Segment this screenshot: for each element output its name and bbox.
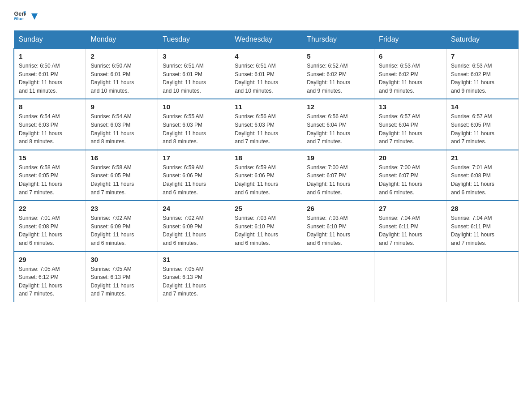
day-number: 15 — [19, 154, 81, 162]
calendar-cell: 21 Sunrise: 7:01 AMSunset: 6:08 PMDaylig… — [446, 150, 519, 201]
calendar-cell: 28 Sunrise: 7:04 AMSunset: 6:11 PMDaylig… — [446, 201, 519, 251]
day-info: Sunrise: 6:53 AMSunset: 6:02 PMDaylight:… — [379, 63, 422, 94]
calendar-cell: 25 Sunrise: 7:03 AMSunset: 6:10 PMDaylig… — [230, 201, 302, 251]
day-info: Sunrise: 7:01 AMSunset: 6:08 PMDaylight:… — [451, 164, 494, 196]
day-info: Sunrise: 6:55 AMSunset: 6:03 PMDaylight:… — [163, 113, 206, 145]
day-number: 23 — [90, 205, 153, 212]
column-header-friday: Friday — [374, 31, 446, 49]
day-number: 16 — [90, 154, 153, 162]
day-info: Sunrise: 7:03 AMSunset: 6:10 PMDaylight:… — [235, 215, 278, 246]
day-info: Sunrise: 6:57 AMSunset: 6:05 PMDaylight:… — [451, 113, 494, 145]
calendar-cell: 24 Sunrise: 7:02 AMSunset: 6:09 PMDaylig… — [158, 201, 230, 251]
day-number: 25 — [235, 205, 297, 212]
column-header-wednesday: Wednesday — [230, 31, 302, 49]
day-info: Sunrise: 7:05 AMSunset: 6:13 PMDaylight:… — [163, 266, 206, 297]
column-header-monday: Monday — [86, 31, 158, 49]
day-info: Sunrise: 7:01 AMSunset: 6:08 PMDaylight:… — [19, 215, 62, 246]
calendar-cell: 11 Sunrise: 6:56 AMSunset: 6:03 PMDaylig… — [230, 99, 302, 150]
calendar-cell: 16 Sunrise: 6:58 AMSunset: 6:05 PMDaylig… — [86, 150, 158, 201]
day-info: Sunrise: 6:57 AMSunset: 6:04 PMDaylight:… — [379, 113, 422, 145]
calendar-week-row: 15 Sunrise: 6:58 AMSunset: 6:05 PMDaylig… — [14, 150, 519, 201]
day-number: 22 — [19, 205, 81, 212]
day-info: Sunrise: 6:50 AMSunset: 6:01 PMDaylight:… — [19, 63, 62, 94]
day-info: Sunrise: 6:59 AMSunset: 6:06 PMDaylight:… — [163, 164, 206, 196]
calendar-cell: 3 Sunrise: 6:51 AMSunset: 6:01 PMDayligh… — [158, 48, 230, 99]
svg-marker-3 — [31, 13, 38, 20]
day-info: Sunrise: 7:05 AMSunset: 6:12 PMDaylight:… — [19, 266, 62, 297]
logo-triangle-icon — [30, 12, 39, 21]
day-info: Sunrise: 6:56 AMSunset: 6:04 PMDaylight:… — [307, 113, 350, 145]
day-number: 24 — [163, 205, 225, 212]
day-number: 13 — [379, 103, 442, 111]
calendar-week-row: 1 Sunrise: 6:50 AMSunset: 6:01 PMDayligh… — [14, 48, 519, 99]
day-number: 20 — [379, 154, 442, 162]
day-info: Sunrise: 7:02 AMSunset: 6:09 PMDaylight:… — [163, 215, 206, 246]
calendar-cell — [302, 252, 374, 302]
day-number: 14 — [451, 103, 514, 111]
day-number: 29 — [19, 256, 81, 263]
column-header-tuesday: Tuesday — [158, 31, 230, 49]
calendar-cell: 26 Sunrise: 7:03 AMSunset: 6:10 PMDaylig… — [302, 201, 374, 251]
day-number: 31 — [163, 256, 225, 263]
day-number: 12 — [307, 103, 369, 111]
day-number: 21 — [451, 154, 514, 162]
calendar-week-row: 29 Sunrise: 7:05 AMSunset: 6:12 PMDaylig… — [14, 252, 519, 302]
calendar-cell: 27 Sunrise: 7:04 AMSunset: 6:11 PMDaylig… — [374, 201, 446, 251]
calendar-cell: 6 Sunrise: 6:53 AMSunset: 6:02 PMDayligh… — [374, 48, 446, 99]
calendar-cell: 10 Sunrise: 6:55 AMSunset: 6:03 PMDaylig… — [158, 99, 230, 150]
day-info: Sunrise: 6:53 AMSunset: 6:02 PMDaylight:… — [451, 63, 494, 94]
column-header-saturday: Saturday — [446, 31, 519, 49]
column-header-sunday: Sunday — [14, 31, 86, 49]
calendar-cell: 4 Sunrise: 6:51 AMSunset: 6:01 PMDayligh… — [230, 48, 302, 99]
day-info: Sunrise: 6:51 AMSunset: 6:01 PMDaylight:… — [163, 63, 206, 94]
day-info: Sunrise: 7:05 AMSunset: 6:13 PMDaylight:… — [90, 266, 134, 297]
calendar-cell: 12 Sunrise: 6:56 AMSunset: 6:04 PMDaylig… — [302, 99, 374, 150]
day-info: Sunrise: 6:58 AMSunset: 6:05 PMDaylight:… — [90, 164, 134, 196]
calendar-cell: 19 Sunrise: 7:00 AMSunset: 6:07 PMDaylig… — [302, 150, 374, 201]
calendar-body: 1 Sunrise: 6:50 AMSunset: 6:01 PMDayligh… — [14, 48, 519, 302]
day-number: 19 — [307, 154, 369, 162]
svg-text:Blue: Blue — [14, 16, 24, 21]
day-info: Sunrise: 6:50 AMSunset: 6:01 PMDaylight:… — [90, 63, 134, 94]
day-number: 1 — [19, 52, 81, 60]
day-number: 17 — [163, 154, 225, 162]
day-info: Sunrise: 7:04 AMSunset: 6:11 PMDaylight:… — [379, 215, 422, 246]
day-number: 6 — [379, 52, 442, 60]
calendar-cell: 22 Sunrise: 7:01 AMSunset: 6:08 PMDaylig… — [14, 201, 86, 251]
calendar-cell: 14 Sunrise: 6:57 AMSunset: 6:05 PMDaylig… — [446, 99, 519, 150]
calendar-cell: 23 Sunrise: 7:02 AMSunset: 6:09 PMDaylig… — [86, 201, 158, 251]
day-number: 11 — [235, 103, 297, 111]
calendar-cell — [230, 252, 302, 302]
day-info: Sunrise: 7:00 AMSunset: 6:07 PMDaylight:… — [307, 164, 350, 196]
day-info: Sunrise: 6:56 AMSunset: 6:03 PMDaylight:… — [235, 113, 278, 145]
calendar-cell: 20 Sunrise: 7:00 AMSunset: 6:07 PMDaylig… — [374, 150, 446, 201]
day-info: Sunrise: 6:59 AMSunset: 6:06 PMDaylight:… — [235, 164, 278, 196]
day-info: Sunrise: 6:58 AMSunset: 6:05 PMDaylight:… — [19, 164, 62, 196]
calendar-cell: 31 Sunrise: 7:05 AMSunset: 6:13 PMDaylig… — [158, 252, 230, 302]
calendar-cell: 9 Sunrise: 6:54 AMSunset: 6:03 PMDayligh… — [86, 99, 158, 150]
calendar-cell: 15 Sunrise: 6:58 AMSunset: 6:05 PMDaylig… — [14, 150, 86, 201]
calendar-cell: 2 Sunrise: 6:50 AMSunset: 6:01 PMDayligh… — [86, 48, 158, 99]
day-info: Sunrise: 6:52 AMSunset: 6:02 PMDaylight:… — [307, 63, 350, 94]
day-number: 26 — [307, 205, 369, 212]
day-info: Sunrise: 7:03 AMSunset: 6:10 PMDaylight:… — [307, 215, 350, 246]
day-info: Sunrise: 7:02 AMSunset: 6:09 PMDaylight:… — [90, 215, 134, 246]
day-number: 5 — [307, 52, 369, 60]
logo: General Blue — [13, 9, 40, 21]
calendar-week-row: 8 Sunrise: 6:54 AMSunset: 6:03 PMDayligh… — [14, 99, 519, 150]
day-info: Sunrise: 7:00 AMSunset: 6:07 PMDaylight:… — [379, 164, 422, 196]
day-number: 28 — [451, 205, 514, 212]
calendar-cell: 1 Sunrise: 6:50 AMSunset: 6:01 PMDayligh… — [14, 48, 86, 99]
day-number: 27 — [379, 205, 442, 212]
calendar-cell: 18 Sunrise: 6:59 AMSunset: 6:06 PMDaylig… — [230, 150, 302, 201]
day-number: 4 — [235, 52, 297, 60]
day-info: Sunrise: 6:51 AMSunset: 6:01 PMDaylight:… — [235, 63, 278, 94]
calendar-cell: 7 Sunrise: 6:53 AMSunset: 6:02 PMDayligh… — [446, 48, 519, 99]
calendar-cell — [446, 252, 519, 302]
calendar-table: SundayMondayTuesdayWednesdayThursdayFrid… — [13, 30, 519, 302]
day-number: 8 — [19, 103, 81, 111]
day-number: 18 — [235, 154, 297, 162]
day-number: 9 — [90, 103, 153, 111]
calendar-cell: 30 Sunrise: 7:05 AMSunset: 6:13 PMDaylig… — [86, 252, 158, 302]
calendar-cell: 8 Sunrise: 6:54 AMSunset: 6:03 PMDayligh… — [14, 99, 86, 150]
